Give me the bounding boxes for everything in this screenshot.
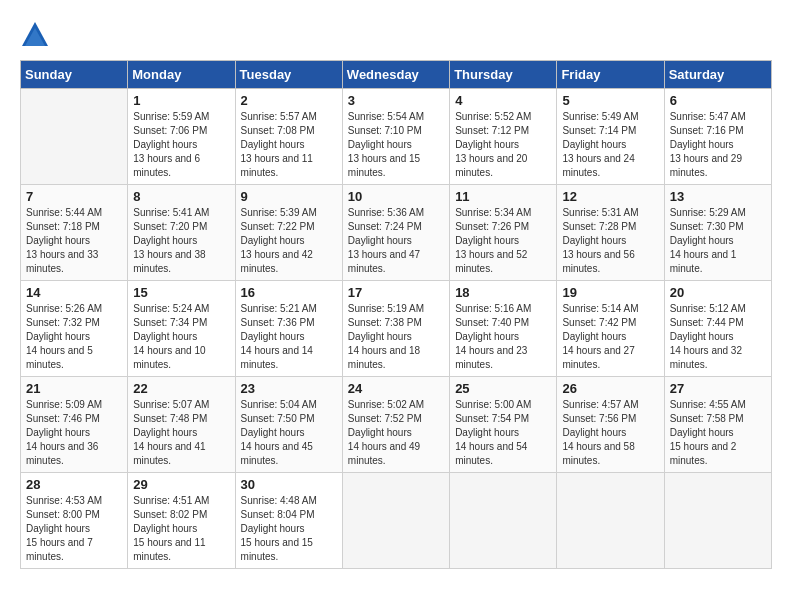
calendar-cell: 27 Sunrise: 4:55 AM Sunset: 7:58 PM Dayl… <box>664 377 771 473</box>
calendar-cell: 22 Sunrise: 5:07 AM Sunset: 7:48 PM Dayl… <box>128 377 235 473</box>
day-number: 21 <box>26 381 122 396</box>
day-detail: Sunrise: 5:31 AM Sunset: 7:28 PM Dayligh… <box>562 206 658 276</box>
calendar-cell: 21 Sunrise: 5:09 AM Sunset: 7:46 PM Dayl… <box>21 377 128 473</box>
day-detail: Sunrise: 5:44 AM Sunset: 7:18 PM Dayligh… <box>26 206 122 276</box>
day-detail: Sunrise: 5:41 AM Sunset: 7:20 PM Dayligh… <box>133 206 229 276</box>
day-number: 18 <box>455 285 551 300</box>
day-detail: Sunrise: 5:39 AM Sunset: 7:22 PM Dayligh… <box>241 206 337 276</box>
day-number: 23 <box>241 381 337 396</box>
day-detail: Sunrise: 5:07 AM Sunset: 7:48 PM Dayligh… <box>133 398 229 468</box>
day-detail: Sunrise: 5:21 AM Sunset: 7:36 PM Dayligh… <box>241 302 337 372</box>
day-number: 30 <box>241 477 337 492</box>
calendar-cell: 17 Sunrise: 5:19 AM Sunset: 7:38 PM Dayl… <box>342 281 449 377</box>
logo-icon <box>20 20 50 50</box>
day-detail: Sunrise: 5:16 AM Sunset: 7:40 PM Dayligh… <box>455 302 551 372</box>
day-number: 9 <box>241 189 337 204</box>
day-detail: Sunrise: 5:26 AM Sunset: 7:32 PM Dayligh… <box>26 302 122 372</box>
day-number: 29 <box>133 477 229 492</box>
calendar-cell: 10 Sunrise: 5:36 AM Sunset: 7:24 PM Dayl… <box>342 185 449 281</box>
day-number: 14 <box>26 285 122 300</box>
week-row-1: 1 Sunrise: 5:59 AM Sunset: 7:06 PM Dayli… <box>21 89 772 185</box>
calendar-cell <box>450 473 557 569</box>
weekday-header-saturday: Saturday <box>664 61 771 89</box>
day-number: 1 <box>133 93 229 108</box>
day-number: 26 <box>562 381 658 396</box>
calendar-cell: 11 Sunrise: 5:34 AM Sunset: 7:26 PM Dayl… <box>450 185 557 281</box>
day-number: 4 <box>455 93 551 108</box>
day-number: 12 <box>562 189 658 204</box>
weekday-header-thursday: Thursday <box>450 61 557 89</box>
calendar-cell: 28 Sunrise: 4:53 AM Sunset: 8:00 PM Dayl… <box>21 473 128 569</box>
calendar-cell: 7 Sunrise: 5:44 AM Sunset: 7:18 PM Dayli… <box>21 185 128 281</box>
week-row-3: 14 Sunrise: 5:26 AM Sunset: 7:32 PM Dayl… <box>21 281 772 377</box>
day-number: 16 <box>241 285 337 300</box>
calendar-cell: 1 Sunrise: 5:59 AM Sunset: 7:06 PM Dayli… <box>128 89 235 185</box>
calendar-cell: 15 Sunrise: 5:24 AM Sunset: 7:34 PM Dayl… <box>128 281 235 377</box>
weekday-header-monday: Monday <box>128 61 235 89</box>
day-detail: Sunrise: 5:12 AM Sunset: 7:44 PM Dayligh… <box>670 302 766 372</box>
day-detail: Sunrise: 5:36 AM Sunset: 7:24 PM Dayligh… <box>348 206 444 276</box>
day-number: 11 <box>455 189 551 204</box>
calendar-cell: 16 Sunrise: 5:21 AM Sunset: 7:36 PM Dayl… <box>235 281 342 377</box>
day-number: 27 <box>670 381 766 396</box>
logo <box>20 20 54 50</box>
day-number: 13 <box>670 189 766 204</box>
weekday-header-tuesday: Tuesday <box>235 61 342 89</box>
weekday-header-friday: Friday <box>557 61 664 89</box>
day-detail: Sunrise: 5:49 AM Sunset: 7:14 PM Dayligh… <box>562 110 658 180</box>
week-row-2: 7 Sunrise: 5:44 AM Sunset: 7:18 PM Dayli… <box>21 185 772 281</box>
calendar-cell: 4 Sunrise: 5:52 AM Sunset: 7:12 PM Dayli… <box>450 89 557 185</box>
day-number: 24 <box>348 381 444 396</box>
day-number: 25 <box>455 381 551 396</box>
calendar-cell <box>664 473 771 569</box>
weekday-header-sunday: Sunday <box>21 61 128 89</box>
week-row-5: 28 Sunrise: 4:53 AM Sunset: 8:00 PM Dayl… <box>21 473 772 569</box>
calendar-cell <box>21 89 128 185</box>
calendar-cell: 19 Sunrise: 5:14 AM Sunset: 7:42 PM Dayl… <box>557 281 664 377</box>
day-detail: Sunrise: 5:57 AM Sunset: 7:08 PM Dayligh… <box>241 110 337 180</box>
calendar-cell: 18 Sunrise: 5:16 AM Sunset: 7:40 PM Dayl… <box>450 281 557 377</box>
day-detail: Sunrise: 5:19 AM Sunset: 7:38 PM Dayligh… <box>348 302 444 372</box>
calendar-cell: 12 Sunrise: 5:31 AM Sunset: 7:28 PM Dayl… <box>557 185 664 281</box>
calendar-cell: 13 Sunrise: 5:29 AM Sunset: 7:30 PM Dayl… <box>664 185 771 281</box>
calendar-cell: 29 Sunrise: 4:51 AM Sunset: 8:02 PM Dayl… <box>128 473 235 569</box>
day-detail: Sunrise: 5:00 AM Sunset: 7:54 PM Dayligh… <box>455 398 551 468</box>
calendar-cell: 30 Sunrise: 4:48 AM Sunset: 8:04 PM Dayl… <box>235 473 342 569</box>
day-detail: Sunrise: 4:55 AM Sunset: 7:58 PM Dayligh… <box>670 398 766 468</box>
day-detail: Sunrise: 5:47 AM Sunset: 7:16 PM Dayligh… <box>670 110 766 180</box>
day-number: 10 <box>348 189 444 204</box>
calendar-cell: 20 Sunrise: 5:12 AM Sunset: 7:44 PM Dayl… <box>664 281 771 377</box>
calendar-cell: 24 Sunrise: 5:02 AM Sunset: 7:52 PM Dayl… <box>342 377 449 473</box>
calendar-cell <box>342 473 449 569</box>
day-detail: Sunrise: 4:53 AM Sunset: 8:00 PM Dayligh… <box>26 494 122 564</box>
day-detail: Sunrise: 5:24 AM Sunset: 7:34 PM Dayligh… <box>133 302 229 372</box>
calendar-cell: 23 Sunrise: 5:04 AM Sunset: 7:50 PM Dayl… <box>235 377 342 473</box>
day-number: 8 <box>133 189 229 204</box>
page-header <box>20 20 772 50</box>
day-number: 7 <box>26 189 122 204</box>
day-number: 3 <box>348 93 444 108</box>
calendar-cell: 2 Sunrise: 5:57 AM Sunset: 7:08 PM Dayli… <box>235 89 342 185</box>
day-number: 15 <box>133 285 229 300</box>
day-detail: Sunrise: 4:51 AM Sunset: 8:02 PM Dayligh… <box>133 494 229 564</box>
day-detail: Sunrise: 5:34 AM Sunset: 7:26 PM Dayligh… <box>455 206 551 276</box>
week-row-4: 21 Sunrise: 5:09 AM Sunset: 7:46 PM Dayl… <box>21 377 772 473</box>
day-detail: Sunrise: 4:48 AM Sunset: 8:04 PM Dayligh… <box>241 494 337 564</box>
day-number: 20 <box>670 285 766 300</box>
day-detail: Sunrise: 5:14 AM Sunset: 7:42 PM Dayligh… <box>562 302 658 372</box>
day-detail: Sunrise: 5:04 AM Sunset: 7:50 PM Dayligh… <box>241 398 337 468</box>
calendar-cell: 9 Sunrise: 5:39 AM Sunset: 7:22 PM Dayli… <box>235 185 342 281</box>
day-detail: Sunrise: 5:02 AM Sunset: 7:52 PM Dayligh… <box>348 398 444 468</box>
day-number: 17 <box>348 285 444 300</box>
calendar-cell <box>557 473 664 569</box>
day-detail: Sunrise: 5:59 AM Sunset: 7:06 PM Dayligh… <box>133 110 229 180</box>
day-number: 19 <box>562 285 658 300</box>
weekday-header-row: SundayMondayTuesdayWednesdayThursdayFrid… <box>21 61 772 89</box>
day-number: 28 <box>26 477 122 492</box>
calendar-cell: 25 Sunrise: 5:00 AM Sunset: 7:54 PM Dayl… <box>450 377 557 473</box>
day-detail: Sunrise: 5:09 AM Sunset: 7:46 PM Dayligh… <box>26 398 122 468</box>
calendar-cell: 14 Sunrise: 5:26 AM Sunset: 7:32 PM Dayl… <box>21 281 128 377</box>
day-number: 6 <box>670 93 766 108</box>
calendar-cell: 6 Sunrise: 5:47 AM Sunset: 7:16 PM Dayli… <box>664 89 771 185</box>
day-number: 22 <box>133 381 229 396</box>
